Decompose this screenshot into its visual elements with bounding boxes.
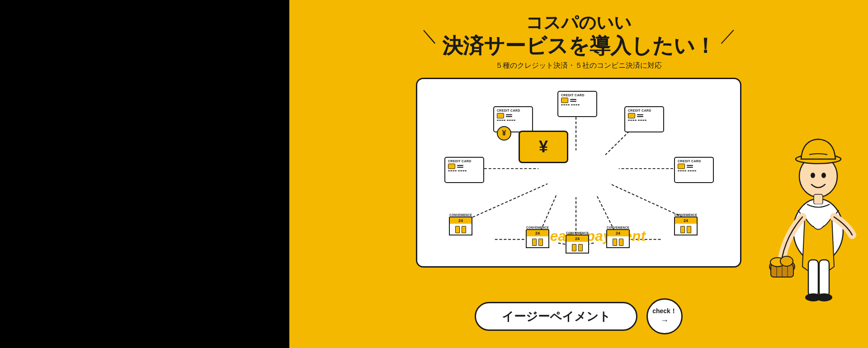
svg-rect-32 [814,194,823,204]
title-line1: コスパのいい [442,13,716,33]
card-label: CREDIT CARD [678,160,710,163]
svg-point-23 [811,173,815,178]
svg-line-8 [596,195,614,230]
conv-bot-center-left: CONVENIENCE 24 [526,226,549,248]
right-panel: ＼ コスパのいい 決済サービスを導入したい！ ／ ５種のクレジット決済・５社のコ… [289,0,868,348]
card-line [687,167,693,168]
conv-bot-left: CONVENIENCE 24 [449,213,472,235]
card-line [637,114,643,115]
card-line [637,116,643,117]
card-mid-left: CREDIT CARD [444,157,484,183]
card-label: CREDIT CARD [628,109,660,112]
cta-button[interactable]: イージーペイメント [475,302,637,331]
svg-rect-17 [808,260,818,296]
header-section: ＼ コスパのいい 決済サービスを導入したい！ ／ ５種のクレジット決済・５社のコ… [421,0,736,71]
card-label: CREDIT CARD [448,160,481,163]
card-chip [678,164,685,169]
character-area [769,86,868,348]
card-chip [497,113,504,118]
card-chip [628,113,635,118]
card-line [570,101,576,102]
svg-point-24 [821,173,826,178]
card-label: CREDIT CARD [561,94,594,97]
svg-line-5 [472,183,547,217]
conv-bot-center: CONVENIENCE 24 [566,231,589,254]
card-line [687,165,693,166]
card-top-center: CREDIT CARD [557,91,597,117]
easy-payment-text: easy payment [550,228,646,245]
card-line [506,116,512,117]
diagram-box: CREDIT CARD CREDIT CARD [416,78,741,268]
big-yen-card: ¥ [519,131,568,163]
card-chip [561,98,568,103]
character-svg [769,86,868,348]
center-yen-area: ¥ ¥ [510,131,568,163]
check-arrow-icon: → [660,316,669,326]
small-yen-circle: ¥ [497,126,511,141]
svg-rect-18 [819,260,829,296]
slash-right: ／ [720,26,736,45]
card-label: CREDIT CARD [497,109,529,112]
main-title: ＼ コスパのいい 決済サービスを導入したい！ ／ [421,13,736,58]
card-line [457,167,463,168]
left-panel [0,0,289,348]
check-circle[interactable]: check！ → [646,298,683,334]
card-line [570,99,576,100]
card-top-right: CREDIT CARD [624,106,664,132]
svg-point-31 [780,256,793,266]
svg-point-20 [816,293,832,301]
title-line2: 決済サービスを導入したい！ [442,33,716,58]
subtitle: ５種のクレジット決済・５社のコンビニ決済に対応 [421,61,736,71]
svg-line-6 [541,195,557,230]
card-line [457,165,463,166]
card-line [506,114,512,115]
check-label: check！ [652,307,677,315]
slash-left: ＼ [421,26,438,45]
conv-bot-right: CONVENIENCE 24 [674,213,698,235]
card-mid-right: CREDIT CARD [674,157,714,183]
conv-bot-center-right: CONVENIENCE 24 [606,226,630,248]
card-chip [448,164,455,169]
svg-line-9 [610,183,683,217]
